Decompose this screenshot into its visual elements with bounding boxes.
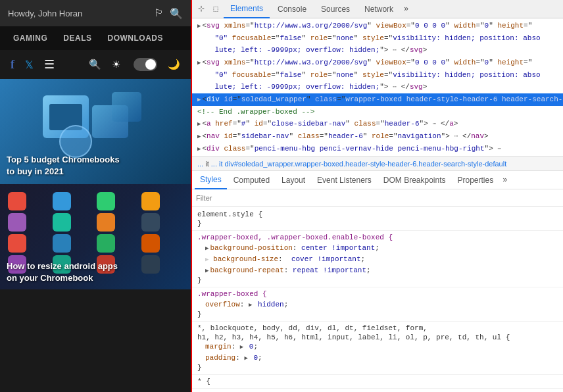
style-selector: .wrapper-boxed, .wrapper-boxed.enable-bo… (192, 232, 563, 243)
nav-downloads[interactable]: DOWNLOADS (108, 34, 164, 43)
flag-icon: 🏳 (154, 7, 164, 19)
dom-line: "0" focusable="false" role="none" style=… (192, 69, 563, 81)
expand-triangle[interactable]: ▶ (197, 121, 201, 128)
breadcrumb-bar: ... it ... it div#soledad_wrapper.wrappe… (192, 157, 563, 171)
app-grid (0, 184, 191, 270)
menu-icon[interactable]: ☰ (44, 57, 55, 72)
filter-bar: :hov .cls + ⊞ ▤ (192, 189, 563, 207)
brightness-icon[interactable]: ☀ (112, 59, 120, 70)
selector-text: * { (197, 378, 210, 385)
twitter-icon[interactable]: 𝕏 (25, 59, 34, 71)
tab-elements[interactable]: Elements (224, 0, 270, 18)
breadcrumb-path[interactable]: ... it div#soledad_wrapper.wrapper-boxed… (211, 160, 506, 168)
expand-triangle[interactable]: ▶ (197, 97, 201, 103)
card-android[interactable]: How to resize android apps on your Chrom… (0, 184, 191, 289)
devtools-panel: ⊹ ⬚ Elements Console Sources Network » 7… (191, 0, 563, 392)
style-block-wrapper-boxed: .wrapper-boxed { ef70a28f-b9…19f65.css:2… (192, 287, 563, 322)
expand-triangle[interactable]: ▶ (197, 60, 201, 66)
styles-tabs: Styles Computed Layout Event Listeners D… (192, 171, 563, 189)
style-selector-cont: h1, h2, h3, h4, h5, h6, html, input, lab… (192, 333, 563, 341)
filter-input[interactable] (196, 194, 563, 202)
card-chromebooks[interactable]: Top 5 budget Chromebooks to buy in 2021 (0, 79, 191, 184)
nav-gaming[interactable]: GAMING (13, 34, 47, 43)
dom-line: "0" focusable="false" role="none" style=… (192, 32, 563, 44)
style-property: ▶background-repeat: repeat !important; (192, 265, 563, 276)
style-selector: .wrapper-boxed { ef70a28f-b9…19f65.css:2 (192, 289, 563, 299)
dom-line: lute; left: -9999px; overflow: hidden;">… (192, 44, 563, 57)
search-icon-social[interactable]: 🔍 (89, 59, 101, 70)
top-bar-title: Howdy, John Horan (8, 9, 149, 18)
dom-line: ▶<div class="penci-menu-hbg penci-vernav… (192, 143, 563, 155)
dom-line: ▶<svg xmlns="http://www.w3.org/2000/svg"… (192, 57, 563, 69)
selector-text: element.style { (197, 210, 262, 218)
dom-comment-line: <!-- End .wrapper-boxed --> (192, 106, 563, 118)
selector-text: .wrapper-boxed, .wrapper-boxed.enable-bo… (197, 233, 393, 241)
style-property: margin: ▶ 0; (192, 341, 563, 353)
expand-triangle[interactable]: ▶ (197, 134, 201, 140)
tab-properties[interactable]: Properties (453, 171, 499, 189)
styles-area: element.style { } .wrapper-boxed, .wrapp… (192, 207, 563, 392)
tab-computed[interactable]: Computed (228, 171, 275, 189)
dom-line: ▶<svg xmlns="http://www.w3.org/2000/svg"… (192, 20, 563, 32)
dom-line: ▶<nav id="sidebar-nav" class="header-6" … (192, 130, 563, 143)
breadcrumb-dots[interactable]: ... (197, 160, 203, 168)
tab-layout[interactable]: Layout (276, 171, 310, 189)
device-icon[interactable]: ⬚ (209, 3, 222, 16)
style-close: } (192, 310, 563, 320)
dark-mode-toggle[interactable] (134, 58, 157, 71)
social-bar: f 𝕏 ☰ 🔍 ☀ 🌙 (0, 50, 191, 79)
tab-event-listeners[interactable]: Event Listeners (312, 171, 377, 189)
tab-sources[interactable]: Sources (314, 0, 356, 18)
search-icon[interactable]: 🔍 (170, 7, 183, 20)
style-block-star2: * { ef70a28f-b9…19f65.css:2 (192, 375, 563, 389)
tab-dom-breakpoints[interactable]: DOM Breakpoints (378, 171, 451, 189)
nav-deals[interactable]: DEALS (63, 34, 91, 43)
style-selector: element.style { (192, 209, 563, 220)
dom-tree[interactable]: ▶<svg xmlns="http://www.w3.org/2000/svg"… (192, 18, 563, 157)
expand-triangle[interactable]: ▶ (197, 23, 201, 30)
selector-text: *, blockquote, body, dd, div, dl, dt, fi… (197, 324, 428, 332)
content-area: Top 5 budget Chromebooks to buy in 2021 (0, 79, 191, 392)
style-property: padding: ▶ 0; (192, 353, 563, 364)
top-bar: Howdy, John Horan 🏳 🔍 (0, 0, 191, 26)
style-block-wrapper-boxed-enable: .wrapper-boxed, .wrapper-boxed.enable-bo… (192, 231, 563, 287)
card1-text: Top 5 budget Chromebooks to buy in 2021 (7, 154, 120, 178)
style-block-element: element.style { } (192, 208, 563, 231)
devtools-toolbar: ⊹ ⬚ Elements Console Sources Network » 7… (192, 0, 563, 18)
expand-triangle[interactable]: ▶ (197, 146, 201, 153)
tab-network[interactable]: Network (358, 0, 400, 18)
dom-line: ▶<a href="#" id="close-sidebar-nav" clas… (192, 118, 563, 130)
nav-bar: GAMING DEALS DOWNLOADS (0, 26, 191, 50)
cursor-icon[interactable]: ⊹ (195, 3, 208, 16)
selector-text: .wrapper-boxed { (197, 290, 267, 298)
tab-styles[interactable]: Styles (195, 171, 227, 189)
style-property: ▶background-position: center !important; (192, 243, 563, 254)
dom-selected-line[interactable]: ▶<div id="soledad_wrapper" class="wrappe… (192, 93, 563, 106)
card-top-image: Top 5 budget Chromebooks to buy in 2021 (0, 79, 191, 184)
style-selector: * { ef70a28f-b9…19f65.css:2 (192, 376, 563, 387)
style-block-star: *, blockquote, body, dd, div, dl, dt, fi… (192, 322, 563, 375)
card-bottom-image: How to resize android apps on your Chrom… (0, 184, 191, 289)
style-close: } (192, 276, 563, 285)
facebook-icon[interactable]: f (11, 58, 14, 72)
dom-line: lute; left: -9999px; overflow: hidden;">… (192, 81, 563, 93)
style-close: } (192, 364, 563, 373)
moon-icon[interactable]: 🌙 (168, 59, 180, 70)
card2-text: How to resize android apps on your Chrom… (7, 260, 118, 284)
style-property: overflow: ▶ hidden; (192, 299, 563, 310)
style-close: } (192, 220, 563, 229)
style-selector: *, blockquote, body, dd, div, dl, dt, fi… (192, 323, 563, 333)
more-styles-tabs[interactable]: » (500, 176, 510, 185)
tab-console[interactable]: Console (271, 0, 313, 18)
left-panel: Howdy, John Horan 🏳 🔍 GAMING DEALS DOWNL… (0, 0, 191, 392)
more-tabs-button[interactable]: » (401, 5, 411, 14)
style-property: ▶ background-size: cover !important; (192, 254, 563, 265)
